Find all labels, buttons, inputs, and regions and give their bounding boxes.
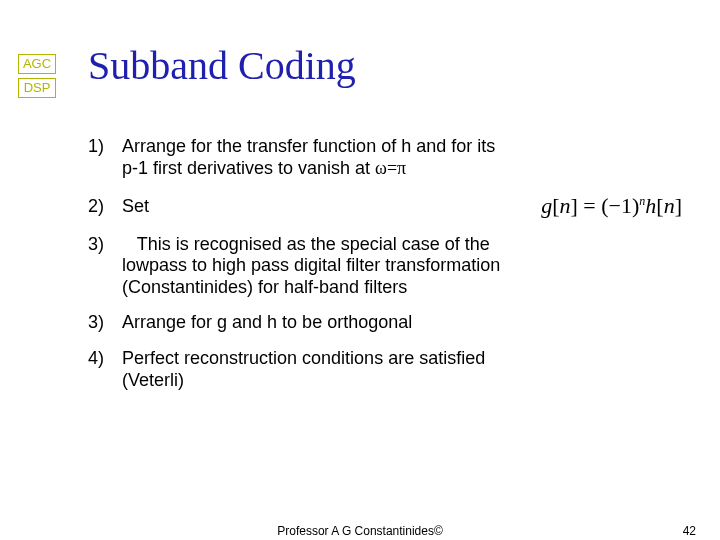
omega-equals-pi: ω=π (375, 158, 406, 178)
slide-body: 1) Arrange for the transfer function of … (88, 136, 688, 405)
slide: AGC DSP Subband Coding 1) Arrange for th… (0, 0, 720, 540)
logo-agc: AGC (18, 54, 56, 74)
formula-n: n (560, 193, 571, 218)
formula-minus1: −1 (609, 193, 632, 218)
item-text: Perfect reconstruction conditions are sa… (122, 348, 688, 370)
formula-lbracket: [ (552, 193, 559, 218)
formula-h: h (645, 193, 656, 218)
item-number: 3) (88, 312, 122, 334)
footer-page-number: 42 (683, 524, 696, 538)
logo-dsp: DSP (18, 78, 56, 98)
item-lead-space (122, 234, 137, 254)
item-number: 4) (88, 348, 122, 370)
list-item-3b: 3) Arrange for g and h to be orthogonal (88, 312, 688, 334)
list-item-1: 1) Arrange for the transfer function of … (88, 136, 688, 179)
item-text: p-1 first derivatives to vanish at (122, 158, 375, 178)
item-text: (Constantinides) for half-band filters (122, 277, 688, 299)
item-text: Set (122, 196, 523, 218)
formula-g: g (541, 193, 552, 218)
item-text: Arrange for the transfer function of h a… (122, 136, 688, 158)
list-item-4: 4) Perfect reconstruction conditions are… (88, 348, 688, 391)
item-text: (Veterli) (122, 370, 688, 392)
item-number: 2) (88, 196, 122, 218)
logo-stack: AGC DSP (18, 54, 56, 98)
formula-g-equals: g[n] = (−1)nh[n] (541, 193, 682, 219)
slide-title: Subband Coding (88, 42, 356, 89)
list-item-2: 2) Set g[n] = (−1)nh[n] (88, 193, 688, 219)
item-text: lowpass to high pass digital filter tran… (122, 255, 688, 277)
formula-eq: = (578, 193, 601, 218)
formula-lparen: ( (601, 193, 608, 218)
item-number: 1) (88, 136, 122, 158)
item-text: Arrange for g and h to be orthogonal (122, 312, 688, 334)
list-item-3: 3) This is recognised as the special cas… (88, 234, 688, 299)
item-text: This is recognised as the special case o… (137, 234, 490, 254)
formula-n: n (664, 193, 675, 218)
formula-rbracket: ] (571, 193, 578, 218)
formula-lbracket: [ (656, 193, 663, 218)
formula-rbracket: ] (675, 193, 682, 218)
item-number: 3) (88, 234, 122, 256)
footer-author: Professor A G Constantinides© (0, 524, 720, 538)
